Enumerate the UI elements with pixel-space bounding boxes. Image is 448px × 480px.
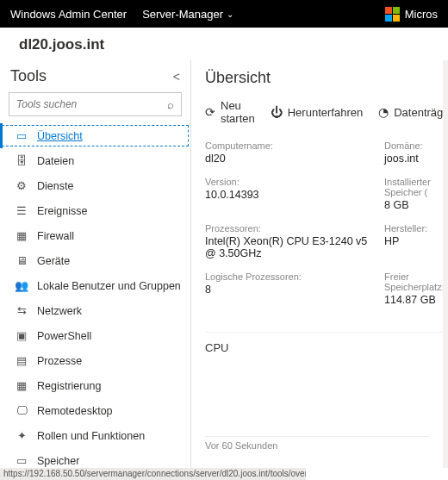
tool-services-label: Dienste xyxy=(37,180,73,192)
tool-overview-label: Übersicht xyxy=(37,130,83,142)
collapse-sidebar-icon[interactable]: < xyxy=(173,70,180,84)
tool-services[interactable]: ⚙Dienste xyxy=(0,173,190,198)
tool-storage-icon: ▭ xyxy=(15,454,28,467)
tool-powershell[interactable]: ▣PowerShell xyxy=(0,323,190,348)
tool-firewall[interactable]: ▦Firewall xyxy=(0,223,190,248)
tool-files[interactable]: 🗄Dateien xyxy=(0,148,190,173)
tool-firewall-label: Firewall xyxy=(37,230,74,242)
field-processors-label: Prozessoren: xyxy=(205,223,377,234)
ms-logo-icon xyxy=(385,7,400,22)
field-version: Version:10.0.14393 xyxy=(205,177,377,211)
restart-icon: ⟳ xyxy=(205,105,215,119)
tool-rdp[interactable]: 🖵Remotedesktop xyxy=(0,398,190,423)
restart-label: Neu starten xyxy=(221,99,255,125)
tools-search[interactable]: ⌕ xyxy=(9,92,182,116)
tools-sidebar: Tools < ⌕ ▭Übersicht🗄Dateien⚙Dienste☰Ere… xyxy=(0,60,191,468)
shutdown-button[interactable]: ⏻ Herunterfahren xyxy=(271,99,363,125)
tools-list: ▭Übersicht🗄Dateien⚙Dienste☰Ereignisse▦Fi… xyxy=(0,123,190,468)
overview-actions: ⟳ Neu starten ⏻ Herunterfahren ◔ Datentr… xyxy=(205,99,448,125)
tool-services-icon: ⚙ xyxy=(15,179,28,192)
page-title: Übersicht xyxy=(205,69,448,87)
field-processors-value: Intel(R) Xeon(R) CPU E3-1240 v5 @ 3.50GH… xyxy=(205,235,377,259)
field-manufacturer-value: HP xyxy=(384,235,448,247)
field-manufacturer-label: Hersteller: xyxy=(384,223,448,234)
tool-roles-icon: ✦ xyxy=(15,429,28,442)
disks-label: Datenträger xyxy=(394,106,448,119)
field-logical-processors-value: 8 xyxy=(205,284,377,296)
tool-local-users-icon: 👥 xyxy=(15,279,28,292)
shutdown-label: Herunterfahren xyxy=(288,106,363,119)
overview-details: Computername:dl20Domäne:joos.intVersion:… xyxy=(205,140,448,306)
tool-rdp-icon: 🖵 xyxy=(15,404,28,417)
tool-devices-icon: 🖥 xyxy=(15,254,28,267)
field-domain-label: Domäne: xyxy=(384,140,448,151)
field-logical-processors: Logische Prozessoren:8 xyxy=(205,271,377,306)
field-computername-value: dl20 xyxy=(205,153,377,165)
tools-header: Tools < xyxy=(0,62,190,92)
restart-button[interactable]: ⟳ Neu starten xyxy=(205,99,255,125)
tool-network[interactable]: ⇆Netzwerk xyxy=(0,298,190,323)
chevron-down-icon: ⌄ xyxy=(227,9,233,19)
topbar: Windows Admin Center Server-Manager ⌄ Mi… xyxy=(0,0,448,28)
tool-local-users-label: Lokale Benutzer und Gruppen xyxy=(37,280,181,292)
tool-processes-label: Prozesse xyxy=(37,355,82,367)
context-label: Server-Manager xyxy=(142,8,223,21)
field-installed-memory-value: 8 GB xyxy=(384,199,448,211)
disk-icon: ◔ xyxy=(378,105,389,119)
microsoft-logo: Micros xyxy=(385,7,438,22)
main-pane: Übersicht ⟳ Neu starten ⏻ Herunterfahren… xyxy=(191,60,448,468)
tool-registry-icon: ▦ xyxy=(15,379,28,392)
field-domain-value: joos.int xyxy=(384,153,448,165)
tool-roles[interactable]: ✦Rollen und Funktionen xyxy=(0,423,190,448)
tool-network-icon: ⇆ xyxy=(15,304,28,317)
tool-processes-icon: ▤ xyxy=(15,354,28,367)
tool-files-icon: 🗄 xyxy=(15,154,28,167)
tool-overview-icon: ▭ xyxy=(15,129,28,142)
field-processors: Prozessoren:Intel(R) Xeon(R) CPU E3-1240… xyxy=(205,223,377,259)
hostname: dl20.joos.int xyxy=(0,28,448,60)
last-updated: Vor 60 Sekunden xyxy=(205,436,429,451)
tool-powershell-icon: ▣ xyxy=(15,329,28,342)
tool-roles-label: Rollen und Funktionen xyxy=(37,430,145,442)
vertical-scrollbar[interactable] xyxy=(443,60,448,468)
field-installed-memory: Installierter Speicher (8 GB xyxy=(384,177,448,211)
tool-files-label: Dateien xyxy=(37,155,74,167)
search-input[interactable] xyxy=(16,98,167,110)
tool-storage[interactable]: ▭Speicher xyxy=(0,448,190,468)
tool-powershell-label: PowerShell xyxy=(37,330,91,342)
tool-registry-label: Registrierung xyxy=(37,380,101,392)
tool-events-icon: ☰ xyxy=(15,204,28,217)
field-version-value: 10.0.14393 xyxy=(205,189,377,201)
field-computername-label: Computername: xyxy=(205,140,377,151)
field-free-disk-value: 114.87 GB xyxy=(384,294,448,306)
tool-registry[interactable]: ▦Registrierung xyxy=(0,373,190,398)
tools-heading: Tools xyxy=(10,67,47,85)
field-version-label: Version: xyxy=(205,177,377,187)
field-computername: Computername:dl20 xyxy=(205,140,377,165)
microsoft-label: Micros xyxy=(405,8,438,21)
field-free-disk-label: Freier Speicherplatz: xyxy=(384,271,448,292)
tool-devices[interactable]: 🖥Geräte xyxy=(0,248,190,273)
power-icon: ⏻ xyxy=(271,105,283,119)
topbar-context-switcher[interactable]: Server-Manager ⌄ xyxy=(142,8,233,21)
field-free-disk: Freier Speicherplatz:114.87 GB xyxy=(384,271,448,306)
tool-overview[interactable]: ▭Übersicht xyxy=(0,123,190,148)
tool-devices-label: Geräte xyxy=(37,255,70,267)
field-installed-memory-label: Installierter Speicher ( xyxy=(384,177,448,197)
browser-statusbar: https://192.168.50.50/servermanager/conn… xyxy=(0,468,306,480)
field-manufacturer: Hersteller:HP xyxy=(384,223,448,259)
cpu-section-heading: CPU xyxy=(205,332,448,354)
tool-network-label: Netzwerk xyxy=(37,305,82,317)
tool-firewall-icon: ▦ xyxy=(15,229,28,242)
search-icon: ⌕ xyxy=(167,98,174,111)
tool-events-label: Ereignisse xyxy=(37,205,87,217)
field-domain: Domäne:joos.int xyxy=(384,140,448,165)
disks-button[interactable]: ◔ Datenträger xyxy=(378,99,448,125)
tool-storage-label: Speicher xyxy=(37,455,79,467)
field-logical-processors-label: Logische Prozessoren: xyxy=(205,271,377,282)
tool-rdp-label: Remotedesktop xyxy=(37,405,113,417)
tool-processes[interactable]: ▤Prozesse xyxy=(0,348,190,373)
tool-events[interactable]: ☰Ereignisse xyxy=(0,198,190,223)
tool-local-users[interactable]: 👥Lokale Benutzer und Gruppen xyxy=(0,273,190,298)
topbar-brand: Windows Admin Center xyxy=(10,8,127,21)
